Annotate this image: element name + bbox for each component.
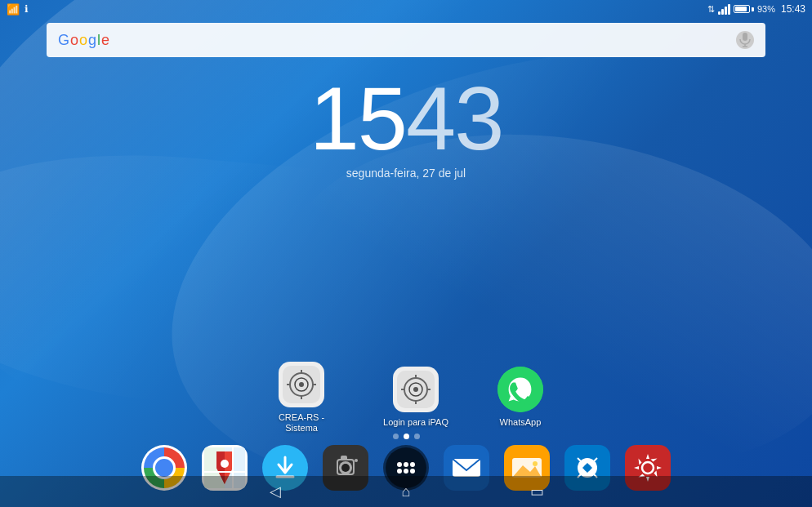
clock-status: 15:43 <box>781 3 805 15</box>
google-logo: Google <box>58 32 110 49</box>
clock-container: 15 43 segunda-feira, 27 de jul <box>0 73 812 180</box>
home-button[interactable]: ⌂ <box>394 479 418 504</box>
clock-date: segunda-feira, 27 de jul <box>346 167 466 180</box>
svg-point-36 <box>355 459 358 462</box>
recent-button[interactable]: ▭ <box>524 479 549 504</box>
svg-point-14 <box>413 387 418 392</box>
search-bar[interactable]: Google <box>47 23 765 57</box>
wifi-icon: 📶 <box>7 3 20 16</box>
svg-point-52 <box>584 465 591 471</box>
crea-label: CREA-RS - Sistema <box>269 412 334 434</box>
nav-bar: ◁ ⌂ ▭ <box>0 476 812 507</box>
app-login-ipaq[interactable]: Login para iPAQ <box>383 367 448 428</box>
page-dots <box>0 434 812 439</box>
svg-point-42 <box>404 469 408 474</box>
signal-icon <box>718 4 730 15</box>
svg-point-41 <box>397 469 402 474</box>
app-whatsapp[interactable]: WhatsApp <box>497 367 543 428</box>
svg-point-26 <box>221 460 229 468</box>
svg-point-39 <box>404 462 408 467</box>
svg-point-38 <box>397 462 402 467</box>
svg-rect-35 <box>341 456 347 460</box>
login-icon <box>393 367 439 412</box>
app-shortcuts: CREA-RS - Sistema Login para iPAQ <box>0 362 812 434</box>
battery-icon <box>734 5 754 13</box>
clock-minutes: 43 <box>406 73 502 163</box>
page-dot-3[interactable] <box>414 434 420 439</box>
status-left-icons: 📶 ℹ <box>7 3 29 16</box>
svg-point-49 <box>533 461 538 466</box>
info-icon: ℹ <box>25 3 29 15</box>
app-crea-rs[interactable]: CREA-RS - Sistema <box>269 362 334 434</box>
svg-point-43 <box>410 469 415 474</box>
login-label: Login para iPAQ <box>383 417 448 428</box>
svg-point-40 <box>410 462 415 467</box>
svg-rect-0 <box>743 33 747 41</box>
status-right-icons: ⇅ 93% 15:43 <box>707 3 805 15</box>
svg-point-6 <box>299 382 304 387</box>
back-button[interactable]: ◁ <box>263 479 288 504</box>
clock-hours: 15 <box>310 73 406 163</box>
mic-icon[interactable] <box>736 31 754 49</box>
whatsapp-label: WhatsApp <box>500 417 542 428</box>
page-dot-1[interactable] <box>393 434 399 439</box>
clock-time: 15 43 <box>310 73 503 163</box>
battery-percent: 93% <box>757 4 775 14</box>
page-dot-2[interactable] <box>404 434 409 439</box>
data-transfer-icon: ⇅ <box>707 4 715 15</box>
status-bar: 📶 ℹ ⇅ 93% 15:43 <box>0 0 812 18</box>
whatsapp-icon <box>497 367 543 412</box>
svg-point-33 <box>341 464 350 472</box>
crea-icon <box>279 362 324 407</box>
